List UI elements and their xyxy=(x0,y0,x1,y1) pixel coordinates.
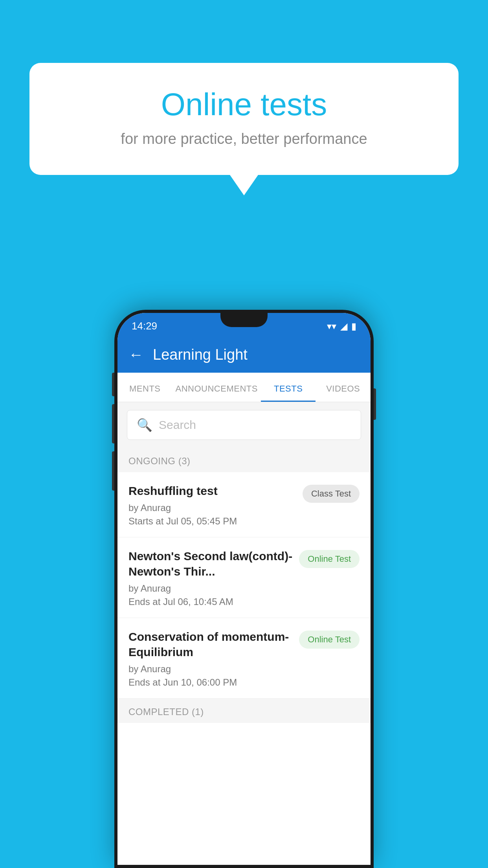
test-author-1: by Anurag xyxy=(128,502,296,513)
battery-icon: ▮ xyxy=(351,321,356,332)
test-name-3: Conservation of momentum-Equilibrium xyxy=(128,629,293,660)
test-list: Reshuffling test by Anurag Starts at Jul… xyxy=(117,472,371,865)
signal-icon: ◢ xyxy=(340,321,347,332)
test-item-2[interactable]: Newton's Second law(contd)-Newton's Thir… xyxy=(117,537,371,618)
tab-ments[interactable]: MENTS xyxy=(117,373,172,402)
test-date-3: Ends at Jun 10, 06:00 PM xyxy=(128,677,293,688)
test-name-2: Newton's Second law(contd)-Newton's Thir… xyxy=(128,548,293,579)
test-date-2: Ends at Jul 06, 10:45 AM xyxy=(128,596,293,607)
phone-side-button-left-3 xyxy=(112,451,114,491)
phone-side-button-right xyxy=(374,388,376,420)
tab-bar: MENTS ANNOUNCEMENTS TESTS VIDEOS xyxy=(117,373,371,402)
phone-screen: 14:29 ▾▾ ◢ ▮ ← Learning Light MENTS ANNO… xyxy=(117,313,371,865)
search-box[interactable]: 🔍 Search xyxy=(127,410,361,440)
search-container: 🔍 Search xyxy=(117,402,371,448)
test-name-1: Reshuffling test xyxy=(128,483,296,498)
test-badge-2: Online Test xyxy=(299,550,360,568)
bubble-title: Online tests xyxy=(61,86,427,123)
ongoing-section-label: ONGOING (3) xyxy=(117,448,371,472)
test-info-2: Newton's Second law(contd)-Newton's Thir… xyxy=(128,548,299,607)
wifi-icon: ▾▾ xyxy=(327,321,336,332)
test-badge-3: Online Test xyxy=(299,631,360,649)
search-placeholder: Search xyxy=(159,418,196,432)
test-item-1[interactable]: Reshuffling test by Anurag Starts at Jul… xyxy=(117,472,371,537)
test-author-3: by Anurag xyxy=(128,664,293,675)
app-header: ← Learning Light xyxy=(117,337,371,373)
status-icons: ▾▾ ◢ ▮ xyxy=(327,321,356,332)
search-icon: 🔍 xyxy=(137,417,152,432)
test-badge-1: Class Test xyxy=(303,485,360,503)
test-info-1: Reshuffling test by Anurag Starts at Jul… xyxy=(128,483,303,527)
phone-frame: 14:29 ▾▾ ◢ ▮ ← Learning Light MENTS ANNO… xyxy=(114,310,374,868)
speech-bubble: Online tests for more practice, better p… xyxy=(29,63,459,175)
phone-side-button-left-1 xyxy=(112,373,114,396)
test-author-2: by Anurag xyxy=(128,583,293,594)
speech-bubble-container: Online tests for more practice, better p… xyxy=(29,63,459,175)
phone-notch xyxy=(220,313,268,327)
completed-section-label: COMPLETED (1) xyxy=(117,699,371,723)
phone-side-button-left-2 xyxy=(112,404,114,443)
test-info-3: Conservation of momentum-Equilibrium by … xyxy=(128,629,299,688)
back-button[interactable]: ← xyxy=(128,346,143,363)
tab-videos[interactable]: VIDEOS xyxy=(316,373,371,402)
test-date-1: Starts at Jul 05, 05:45 PM xyxy=(128,516,296,527)
status-time: 14:29 xyxy=(132,320,157,332)
app-title: Learning Light xyxy=(153,346,248,363)
tab-announcements[interactable]: ANNOUNCEMENTS xyxy=(172,373,261,402)
tab-tests[interactable]: TESTS xyxy=(261,373,316,402)
test-item-3[interactable]: Conservation of momentum-Equilibrium by … xyxy=(117,618,371,699)
bubble-subtitle: for more practice, better performance xyxy=(61,131,427,147)
